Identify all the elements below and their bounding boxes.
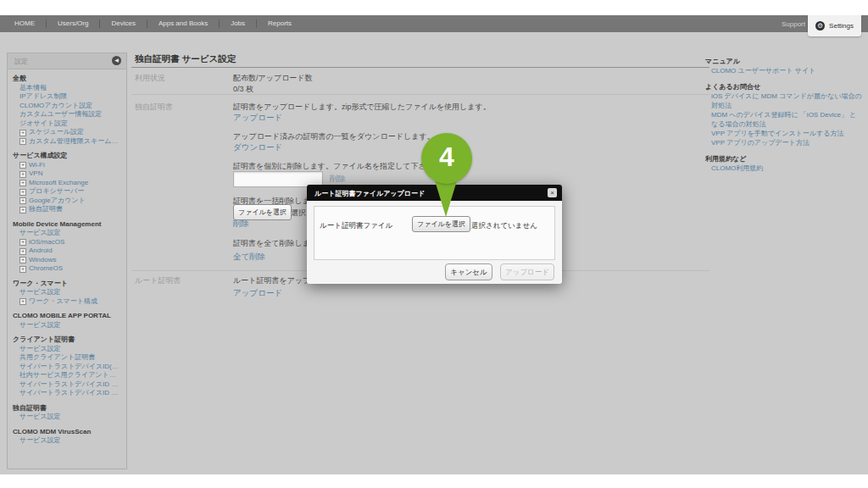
expand-icon[interactable]: + <box>19 197 26 204</box>
nav-item[interactable]: HOME <box>3 19 46 28</box>
sidebar-section-title: CLOMO MDM VirusScan <box>13 428 121 437</box>
sidebar-item[interactable]: +ChromeOS <box>13 264 121 274</box>
help-group: よくあるお問合せiOS デバイスに MDM コマンドが届かない場合の対処法MDM… <box>705 82 863 147</box>
sidebar-item-label: サービス設定 <box>19 345 61 352</box>
nav-item[interactable]: Reports <box>256 19 303 28</box>
expand-icon[interactable]: + <box>19 180 26 186</box>
help-link[interactable]: CLOMO利用規約 <box>705 164 863 173</box>
root-upload-link[interactable]: アップロード <box>233 288 282 299</box>
sidebar-item-label: サービス設定 <box>19 229 61 236</box>
sidebar-item[interactable]: +ワーク・スマート構成 <box>13 297 121 307</box>
sidebar-section: CLOMO MDM VirusScanサービス設定 <box>13 428 121 446</box>
expand-icon[interactable]: + <box>19 266 26 273</box>
upload-button-disabled[interactable]: アップロード <box>500 263 554 280</box>
help-link[interactable]: iOS デバイスに MDM コマンドが届かない場合の対処法 <box>705 92 863 110</box>
help-link[interactable]: VPP アプリを手動でインストールする方法 <box>705 129 863 138</box>
guide-step-balloon: 4 <box>421 133 472 184</box>
sidebar-item[interactable]: +独自証明書 <box>13 205 121 214</box>
expand-icon[interactable]: + <box>19 171 26 178</box>
cert-upload-link[interactable]: アップロード <box>233 113 282 124</box>
expand-icon[interactable]: + <box>19 248 26 255</box>
help-link[interactable]: CLOMO ユーザーサポート サイト <box>705 66 863 75</box>
settings-tab[interactable]: ⚙ Settings <box>808 15 861 36</box>
expand-icon[interactable]: + <box>19 162 26 169</box>
sidebar-section: CLOMO MOBILE APP PORTALサービス設定 <box>13 312 121 330</box>
nav-item[interactable]: Devices <box>99 19 146 28</box>
sidebar-item[interactable]: +Windows <box>13 256 121 265</box>
expand-icon[interactable]: + <box>19 130 26 136</box>
gear-icon: ⚙ <box>815 21 825 30</box>
sidebar-item[interactable]: サービス設定 <box>13 288 121 297</box>
nav-item[interactable]: Apps and Books <box>147 19 219 28</box>
cert-download-link[interactable]: ダウンロード <box>233 142 282 153</box>
sidebar-item[interactable]: 社内サービス用クライアント証明書 <box>13 371 121 380</box>
sidebar-section-title: 全般 <box>13 75 121 84</box>
sidebar-item[interactable]: +iOS/macOS <box>13 238 121 247</box>
close-icon[interactable]: × <box>548 188 557 197</box>
sidebar-item[interactable]: サイバートラストデバイスID(pilot)... <box>13 363 121 372</box>
sidebar-section: クライアント証明書サービス設定共用クライアント証明書サイバートラストデバイスID… <box>13 336 121 398</box>
sidebar-item-label: 独自証明書 <box>29 205 63 213</box>
expand-icon[interactable]: + <box>19 138 26 145</box>
sidebar-title: 設定 <box>14 57 28 66</box>
sidebar-item[interactable]: +Wi-Fi <box>13 161 121 170</box>
sidebar-item-label: サイバートラストデバイスID G3is... <box>19 380 121 388</box>
sidebar-item[interactable]: 共用クライアント証明書 <box>13 353 121 363</box>
expand-icon[interactable]: + <box>19 257 26 263</box>
root-cert-field-label: ルート証明書ファイル <box>320 221 392 231</box>
sidebar-item[interactable]: サービス設定 <box>13 321 121 330</box>
guide-step-number: 4 <box>421 141 472 172</box>
expand-icon[interactable]: + <box>19 189 26 196</box>
sidebar-item-label: サービス設定 <box>19 436 61 444</box>
collapse-sidebar-icon[interactable]: ◀ <box>112 56 121 65</box>
sidebar-item[interactable]: +プロキシサーバー <box>13 187 121 197</box>
row-divider <box>131 94 709 95</box>
sidebar-item[interactable]: サイバートラストデバイスID G3is... <box>13 380 121 390</box>
sidebar-item-label: 基本情報 <box>19 84 47 92</box>
support-link[interactable]: Support <box>782 20 805 28</box>
settings-sidebar: 設定 ◀ 全般基本情報IPアドレス制限CLOMOアカウント設定カスタムユーザー情… <box>7 53 127 469</box>
help-group: マニュアルCLOMO ユーザーサポート サイト <box>705 57 863 75</box>
sidebar-item[interactable]: サービス設定 <box>13 345 121 354</box>
sidebar-section-title: クライアント証明書 <box>13 336 121 345</box>
topnav-items: HOMEUsers/OrgDevicesApps and BooksJobsRe… <box>3 15 303 32</box>
sidebar-item[interactable]: +スケジュール設定 <box>13 128 121 137</box>
sidebar-item[interactable]: IPアドレス制限 <box>13 92 121 102</box>
cert-delete-all-link[interactable]: 全て削除 <box>233 252 265 263</box>
usage-line1: 配布数/アップロード数 <box>233 73 313 84</box>
sidebar-item[interactable]: +カスタム管理権限スキーム設定 <box>13 137 121 147</box>
cert-delete-link[interactable]: 削除 <box>330 174 346 185</box>
cert-download-desc: アップロード済みの証明書の一覧をダウンロードします。 <box>233 131 435 142</box>
sidebar-section-title: ワーク・スマート <box>13 280 121 289</box>
sidebar-item[interactable]: 基本情報 <box>13 84 121 93</box>
help-link[interactable]: VPP アプリのアップデート方法 <box>705 138 863 147</box>
expand-icon[interactable]: + <box>19 207 26 214</box>
nav-item[interactable]: Users/Org <box>46 19 99 28</box>
sidebar-item[interactable]: サービス設定 <box>13 436 121 446</box>
sidebar-item[interactable]: +Googleアカウント <box>13 197 121 206</box>
cert-bulk-delete-link[interactable]: 削除 <box>233 219 249 230</box>
help-group-title: よくあるお問合せ <box>705 82 863 92</box>
sidebar-item[interactable]: ジオサイト設定 <box>13 119 121 129</box>
sidebar-item[interactable]: +Android <box>13 247 121 256</box>
sidebar-item[interactable]: CLOMOアカウント設定 <box>13 102 121 111</box>
sidebar-section-title: サービス構成設定 <box>13 152 121 161</box>
sidebar-section: 全般基本情報IPアドレス制限CLOMOアカウント設定カスタムユーザー情報設定ジオ… <box>13 75 121 146</box>
sidebar-item[interactable]: +VPN <box>13 169 121 179</box>
help-panel: マニュアルCLOMO ユーザーサポート サイトよくあるお問合せiOS デバイスに… <box>705 57 863 180</box>
sidebar-item[interactable]: カスタムユーザー情報設定 <box>13 110 121 119</box>
cancel-button[interactable]: キャンセル <box>445 263 492 280</box>
expand-icon[interactable]: + <box>19 239 26 246</box>
sidebar-item[interactable]: サービス設定 <box>13 229 121 238</box>
sidebar-item-label: スケジュール設定 <box>29 128 84 136</box>
expand-icon[interactable]: + <box>19 298 26 305</box>
dialog-file-select-button[interactable]: ファイルを選択 <box>412 216 470 232</box>
nav-item[interactable]: Jobs <box>219 19 256 28</box>
sidebar-item-label: VPN <box>29 169 42 177</box>
sidebar-item[interactable]: サービス設定 <box>13 413 121 422</box>
sidebar-item[interactable]: サイバートラストデバイスID G3is(... <box>13 389 121 398</box>
sidebar-item[interactable]: +Microsoft Exchange <box>13 179 121 188</box>
sidebar-item-label: サイバートラストデバイスID G3is(... <box>19 389 121 396</box>
page-title: 独自証明書 サービス設定 <box>135 53 236 65</box>
help-link[interactable]: MDM へのデバイス登録時に 「iOS Device」 となる場合の対処法 <box>705 110 863 129</box>
